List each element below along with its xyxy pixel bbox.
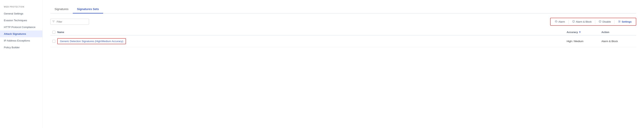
sidebar-item-attack-signatures[interactable]: Attack Signatures [0,30,42,37]
header-checkbox[interactable] [52,31,55,34]
sidebar-section-label: WEB PROTECTION [0,6,42,10]
alarm-btn[interactable]: Alarm [552,19,568,24]
disable-btn[interactable]: Disable [596,19,614,24]
row-checkbox-wrap [50,40,57,43]
filter-wrap [50,19,89,25]
sidebar-item-evasion-techniques[interactable]: Evasion Techniques [0,17,42,24]
sidebar-item-ip-address-exceptions[interactable]: IP Address Exceptions [0,37,42,44]
settings-btn[interactable]: Settings [615,19,634,24]
header-checkbox-wrap [50,31,57,34]
alarm-block-btn[interactable]: Alarm & Block [570,19,594,24]
divider-2 [595,20,595,24]
sidebar-item-http-protocol[interactable]: HTTP Protocol Compliance [0,24,42,30]
col-header-accuracy: Accuracy ⬆ [566,31,602,34]
sidebar: WEB PROTECTION General Settings Evasion … [0,0,42,128]
tabs-row: Signatures Signatures Sets [50,5,636,13]
table-header: Name Accuracy ⬆ Action [50,29,636,35]
table-container: Name Accuracy ⬆ Action Generic Detection… [50,29,636,47]
row-name-cell: Generic Detection Signatures (High/Mediu… [57,38,566,44]
info-circle-icon [572,20,575,23]
col-header-action: Action [602,31,636,34]
main-content: Signatures Signatures Sets [42,0,644,128]
row-accuracy-cell: High / Medium [566,40,602,43]
row-action-cell: Alarm & Block [602,40,636,43]
tab-signatures-sets[interactable]: Signatures Sets [73,5,103,13]
table-row: Generic Detection Signatures (High/Mediu… [50,35,636,47]
filter-icon [52,20,55,23]
sort-icon: ⬆ [579,31,581,33]
toolbar-row: Alarm Alarm & Block [50,18,636,26]
filter-input[interactable] [50,19,89,25]
sliders-icon [618,20,621,23]
sidebar-item-policy-builder[interactable]: Policy Builder [0,44,42,51]
divider-1 [568,20,569,24]
row-name-link[interactable]: Generic Detection Signatures (High/Mediu… [57,38,126,44]
minus-circle-icon [599,20,602,23]
tab-signatures[interactable]: Signatures [50,5,73,13]
row-checkbox[interactable] [52,40,55,43]
col-header-name: Name [57,31,566,34]
action-buttons-group: Alarm Alarm & Block [550,18,636,26]
sidebar-item-general-settings[interactable]: General Settings [0,10,42,17]
bell-icon [555,20,558,23]
